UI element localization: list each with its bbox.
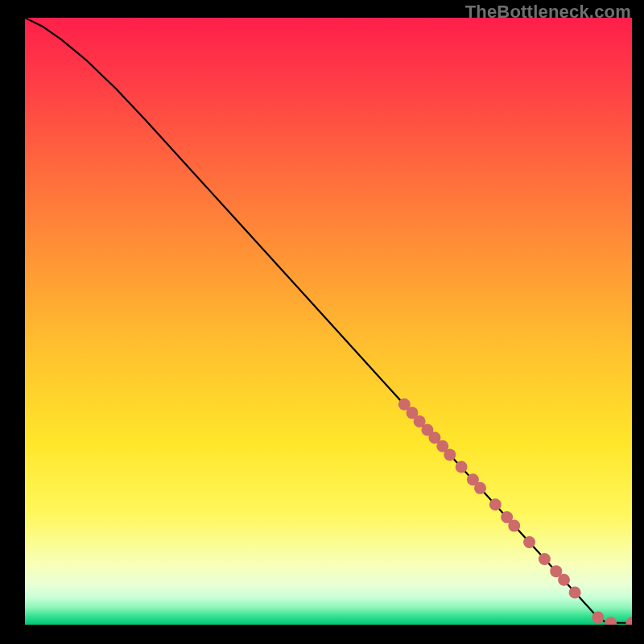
data-point	[474, 482, 486, 494]
data-point	[523, 536, 535, 548]
data-point	[508, 520, 520, 532]
chart-stage: TheBottleneck.com	[0, 0, 644, 644]
data-point	[456, 460, 468, 473]
data-point	[444, 448, 456, 460]
data-point	[489, 498, 502, 510]
chart-plot-area	[25, 18, 632, 625]
data-point	[558, 574, 570, 586]
data-point	[592, 611, 604, 623]
data-point	[539, 553, 551, 565]
chart-svg	[25, 18, 632, 625]
data-point	[569, 587, 581, 599]
